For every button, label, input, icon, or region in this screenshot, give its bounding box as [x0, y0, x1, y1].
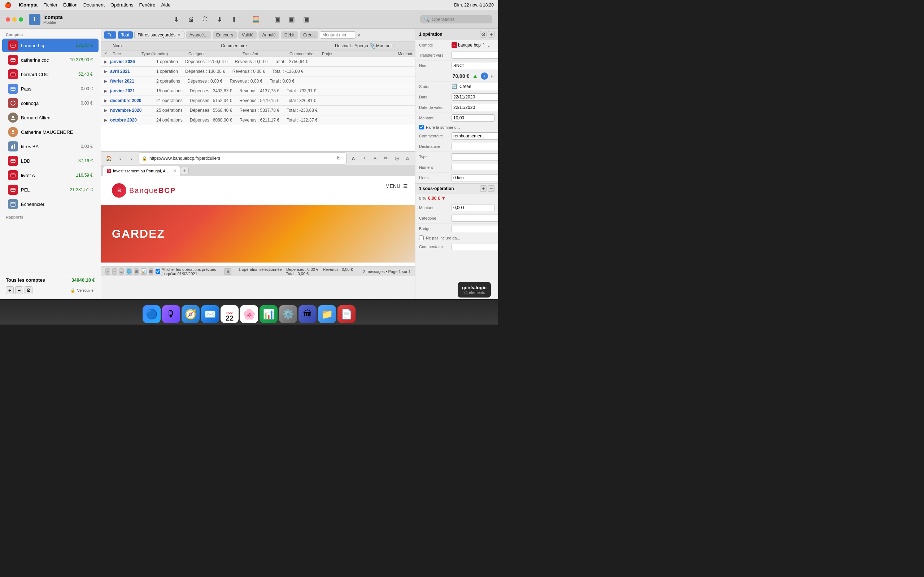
date-valeur-input[interactable] [452, 104, 498, 111]
dock-item-safari[interactable]: 🧭 [181, 305, 200, 323]
calendar-view-btn[interactable]: ⊞ [224, 268, 231, 275]
sub-montant-input[interactable] [452, 204, 494, 211]
sidebar-item-banque-bcp[interactable]: banque bcp 525,87 € [2, 39, 99, 52]
op-group-header-oct2020[interactable]: ▶ octobre 2020 24 opérations Dépenses : … [101, 115, 415, 125]
toolbar-calc-btn[interactable]: 🧮 [249, 13, 262, 26]
menu-document[interactable]: Document [83, 2, 105, 8]
op-group-header-fev2021[interactable]: ▶ février 2021 2 opérations Dépenses : 0… [101, 76, 415, 86]
new-tab-btn[interactable]: + [181, 167, 189, 175]
col-nom-header[interactable]: Nom [113, 43, 221, 48]
expand-avr2021-icon[interactable]: ▶ [104, 69, 107, 74]
browser-home2-btn[interactable]: ⌂ [403, 154, 412, 163]
maximize-button[interactable] [19, 17, 23, 22]
subheader-date[interactable]: Date [113, 52, 142, 56]
toolbar-print-btn[interactable]: 🖨 [184, 13, 197, 26]
expand-jan2021-icon[interactable]: ▶ [104, 89, 107, 93]
search-input[interactable] [432, 16, 482, 22]
compte-select-arrow[interactable]: ⌃ [481, 42, 486, 48]
dock-item-library[interactable]: 🏛 [299, 305, 317, 323]
toolbar-import-btn[interactable]: ⬇ [170, 13, 183, 26]
sub-commentaire-input[interactable] [452, 243, 498, 250]
settings-account-btn[interactable]: ⚙ [24, 286, 32, 294]
sidebar-item-bernard-cdc[interactable]: bernard CDC 52,40 € [2, 68, 99, 81]
sidebar-item-pass[interactable]: Pass 0,00 € [2, 82, 99, 95]
commentaire-input[interactable] [452, 132, 498, 140]
menu-hamburger-btn[interactable]: MENU ☰ [386, 183, 408, 189]
filter-avance-btn[interactable]: Avancé... [186, 31, 211, 39]
dock-item-files[interactable]: 📁 [318, 305, 336, 323]
expand-jan2026-icon[interactable]: ▶ [104, 59, 107, 64]
statut-input[interactable] [458, 83, 498, 90]
panel-options-btn[interactable]: ⊙ [480, 31, 486, 37]
liens-input[interactable] [452, 174, 498, 181]
browser-forward-btn[interactable]: › [127, 154, 136, 163]
filter-tri-btn[interactable]: Tri [104, 31, 116, 39]
subheader-montant[interactable]: Montant [376, 52, 412, 56]
afficher-checkbox[interactable] [155, 269, 160, 274]
dock-item-mail[interactable]: ✉️ [201, 305, 219, 323]
sidebar-item-bernard-alfieri[interactable]: Bernard Alfieri [2, 111, 99, 124]
op-group-header-avr2021[interactable]: ▶ avril 2021 1 opération Dépenses : 136,… [101, 67, 415, 76]
dock-item-siri[interactable]: 🎙 [162, 305, 180, 323]
menu-edition[interactable]: Édition [63, 2, 78, 8]
view-globe-btn[interactable]: 🌐 [126, 268, 132, 275]
browser-tab-bcp[interactable]: 🅱 Investissement au Portugal, Assurances… [103, 166, 180, 176]
col-montant-header[interactable]: Montant ↕ [376, 43, 412, 48]
sidebar-item-catherine-cdc[interactable]: catherine cdc 10 278,90 € [2, 53, 99, 67]
nom-input[interactable] [452, 62, 498, 69]
faire-somme-checkbox[interactable] [419, 125, 424, 129]
subheader-categorie[interactable]: Catégorie [188, 52, 242, 56]
menu-operations[interactable]: Opérations [110, 2, 134, 8]
date-input[interactable] [452, 93, 498, 101]
subheader-type[interactable]: Type (Numéro) [142, 52, 188, 56]
sidebar-item-cofinoga[interactable]: f cofinoga 0,00 € [2, 96, 99, 110]
sidebar-item-echeancier[interactable]: Échéancier [2, 197, 99, 211]
toolbar-upload-btn[interactable]: ⬆ [228, 13, 241, 26]
dock-item-pdf[interactable]: 📄 [338, 305, 355, 323]
subheader-commentaire[interactable]: Commentaire [289, 52, 322, 56]
filter-annule-btn[interactable]: Annulé [258, 31, 279, 39]
browser-refresh-btn[interactable]: ↻ [334, 154, 343, 163]
browser-edit-btn[interactable]: ✏ [381, 154, 391, 163]
dock-item-photos[interactable]: 🌸 [240, 305, 258, 323]
op-group-header-jan2026[interactable]: ▶ janvier 2026 1 opération Dépenses : 27… [101, 57, 415, 66]
browser-dot-btn[interactable]: • [360, 154, 369, 163]
attach-icon[interactable]: 📎 [370, 43, 376, 49]
view-lines-btn[interactable]: ≡ [119, 268, 124, 275]
filter-debit-btn[interactable]: Débit [281, 31, 298, 39]
view-bar-btn[interactable]: ▦ [149, 268, 153, 275]
sub-categorie-input[interactable] [452, 214, 498, 222]
minimize-button[interactable] [12, 17, 16, 22]
col-commentaire-header[interactable]: Commentaire [221, 43, 311, 48]
view-table-btn[interactable]: ⊞ [134, 268, 139, 275]
dock-item-calendar[interactable]: NOV 22 [221, 305, 239, 323]
browser-back-btn[interactable]: ‹ [115, 154, 125, 163]
filter-en-cours-btn[interactable]: En cours [213, 31, 237, 39]
filter-tout-btn[interactable]: Tout [118, 31, 133, 39]
view-chart-btn[interactable]: 📊 [141, 268, 147, 275]
op-group-header-jan2021[interactable]: ▶ janvier 2021 15 opérations Dépenses : … [101, 86, 415, 95]
sidebar-item-livret-a[interactable]: livret A 116,59 € [2, 168, 99, 182]
sidebar-item-catherine-maugendre[interactable]: Catherine MAUGENDRE [2, 125, 99, 139]
remove-account-btn[interactable]: − [15, 286, 23, 294]
zoom-out-btn[interactable]: − [112, 268, 117, 275]
montant-input[interactable] [452, 114, 494, 121]
expand-fev2021-icon[interactable]: ▶ [104, 79, 107, 84]
browser-home-btn[interactable]: 🏠 [104, 154, 113, 163]
sidebar-item-ldd[interactable]: LDD 37,16 € [2, 154, 99, 168]
lock-label[interactable]: Verrouiller [77, 288, 95, 292]
menu-fichier[interactable]: Fichier [43, 2, 57, 8]
op-group-header-dec2020[interactable]: ▶ décembre 2020 21 opérations Dépenses :… [101, 96, 415, 105]
col-dest-header[interactable]: Destinat... [311, 43, 354, 48]
browser-url-text[interactable]: https://www.banquebcp.fr/particuliers [149, 156, 332, 161]
expand-nov2020-icon[interactable]: ▶ [104, 108, 107, 113]
dock-item-numbers[interactable]: 📊 [260, 305, 278, 323]
numero-input[interactable] [452, 164, 498, 171]
toolbar-layout3-btn[interactable]: ▣ [300, 13, 313, 26]
sub-op-remove-btn[interactable]: − [488, 185, 494, 192]
sidebar-item-pel[interactable]: PEL 21 281,51 € [2, 183, 99, 197]
filter-expand-icon[interactable]: » [357, 32, 360, 38]
tab-close-icon[interactable]: ✕ [173, 168, 176, 174]
compte-select-arrow-down[interactable]: ⌃ [486, 42, 491, 48]
apple-menu[interactable]: 🍎 [4, 2, 11, 8]
